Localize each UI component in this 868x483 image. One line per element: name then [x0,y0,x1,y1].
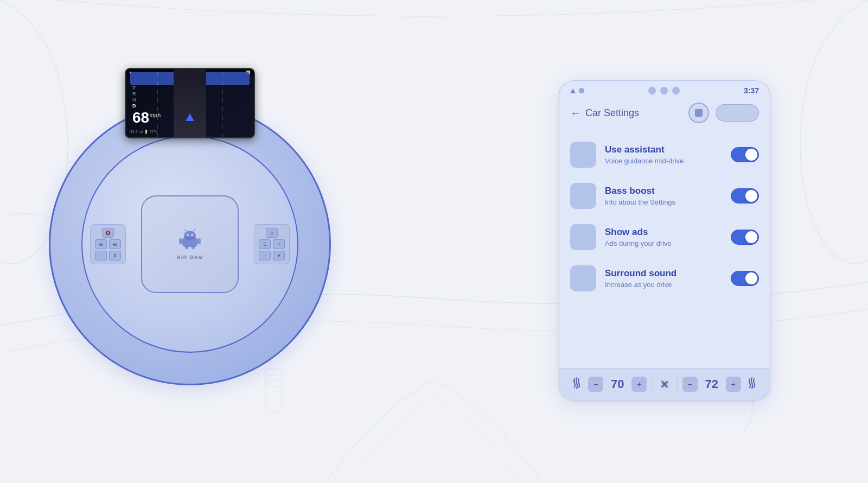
phone-screen: ◈ 📶 rock · 7°F Main St P R N D [126,69,254,137]
voice-btn[interactable]: 🎙 [109,251,121,260]
steering-outer-ring: ◈ 📶 rock · 7°F Main St P R N D [49,103,331,385]
bass-boost-toggle[interactable] [731,188,759,204]
airbag-label: AIR BAG [177,255,203,260]
svg-rect-15 [197,238,201,244]
svg-point-9 [184,231,196,240]
surround-sound-icon [570,265,596,291]
use-assistant-subtitle: Voice guidance mid-drive [605,157,722,165]
svg-line-13 [194,230,195,231]
phone-car-indicator [186,113,194,121]
next-btn[interactable]: ⏭ [109,239,121,249]
app-btn[interactable]: ⊞ [266,228,278,238]
left-climate-zone: − 70 + [588,377,647,392]
settings-panel: 3:37 ← Car Settings Use assistant Voice … [559,80,770,401]
phone-device: ◈ 📶 rock · 7°F Main St P R N D [125,68,255,138]
right-temp-decrease[interactable]: − [682,377,698,392]
show-ads-title: Show ads [605,227,722,238]
surround-sound-title: Surround sound [605,268,722,279]
toggle-knob [745,231,757,243]
phone-gear: P R N D [132,85,136,109]
use-assistant-toggle[interactable] [731,147,759,162]
vol-down-btn[interactable]: − [95,251,107,260]
toggle-knob [745,149,757,161]
left-btn[interactable]: ← [259,251,271,260]
phone-speed: 68mph [132,109,161,126]
indicator-3 [672,87,680,94]
svg-rect-14 [179,238,182,244]
right-seat-heat-icon [745,377,758,392]
fan-icon [657,377,672,392]
left-controls: 🔇 ⏮ ⏭ − 🎙 [90,224,126,264]
settings-item-show-ads: Show ads Ads during your drive [559,217,770,258]
toggle-knob [745,190,757,202]
settings-item-bass-boost: Bass boost Info about the Settings [559,175,770,217]
nav-title: Car Settings [585,107,639,119]
surround-sound-subtitle: Increase as you drive [605,281,722,289]
phone-bottom-bar: 34.3 mi 🔋 77% [130,130,250,134]
steering-center-hub: AIR BAG [141,195,239,293]
status-time: 3:37 [744,86,759,95]
left-temp-increase[interactable]: + [631,377,647,392]
back-arrow-icon: ← [570,107,581,119]
stop-button[interactable] [688,103,709,123]
wifi-icon [579,88,584,93]
left-temp-decrease[interactable]: − [588,377,603,392]
svg-point-10 [187,234,189,236]
show-ads-toggle[interactable] [731,230,759,245]
surround-sound-toggle[interactable] [731,271,759,286]
use-assistant-icon [570,142,596,168]
action-button[interactable] [716,104,759,122]
prev-btn[interactable]: ⏮ [95,239,107,249]
signal-icon [570,88,576,93]
down-btn[interactable]: ▼ [273,251,285,260]
stop-icon [695,109,703,117]
right-temp-display: 72 [702,377,722,391]
list-btn[interactable]: ☰ [259,239,271,249]
map-lane-left [157,69,158,137]
climate-divider-1 [652,376,652,392]
settings-nav-bar: ← Car Settings [559,98,770,130]
svg-line-12 [185,230,186,231]
steering-inner-ring: 🔇 ⏮ ⏭ − 🎙 ⊞ [81,136,298,353]
map-road [174,69,206,137]
right-controls: ⊞ ☰ ✓ ← ▼ [254,224,290,264]
mute-btn[interactable]: 🔇 [102,228,114,238]
climate-control-bar: − 70 + − 72 + [559,368,770,400]
indicator-1 [648,87,656,94]
settings-status-bar: 3:37 [559,81,770,98]
right-climate-zone: − 72 + [682,377,741,392]
bass-boost-icon [570,183,596,209]
map-lane-right [222,69,223,137]
left-seat-heat-icon [570,377,583,392]
phone-mount: ◈ 📶 rock · 7°F Main St P R N D [125,68,255,138]
svg-point-11 [192,234,193,236]
indicator-2 [660,87,668,94]
settings-list: Use assistant Voice guidance mid-drive B… [559,130,770,368]
show-ads-icon [570,224,596,250]
left-temp-display: 70 [608,377,627,391]
bass-boost-title: Bass boost [605,186,722,196]
svg-rect-17 [192,246,195,249]
show-ads-subtitle: Ads during your drive [605,239,722,247]
settings-item-surround-sound: Surround sound Increase as you drive [559,258,770,299]
right-temp-increase[interactable]: + [726,377,741,392]
use-assistant-title: Use assistant [605,144,722,155]
svg-rect-16 [185,246,188,249]
climate-divider-2 [677,376,678,392]
steering-wheel-section: ◈ 📶 rock · 7°F Main St P R N D [33,33,347,456]
android-logo [178,228,202,249]
toggle-knob [745,272,757,284]
back-button[interactable]: ← Car Settings [570,107,639,119]
settings-item-use-assistant: Use assistant Voice guidance mid-drive [559,134,770,175]
bass-boost-subtitle: Info about the Settings [605,198,722,206]
check-btn[interactable]: ✓ [273,239,285,249]
